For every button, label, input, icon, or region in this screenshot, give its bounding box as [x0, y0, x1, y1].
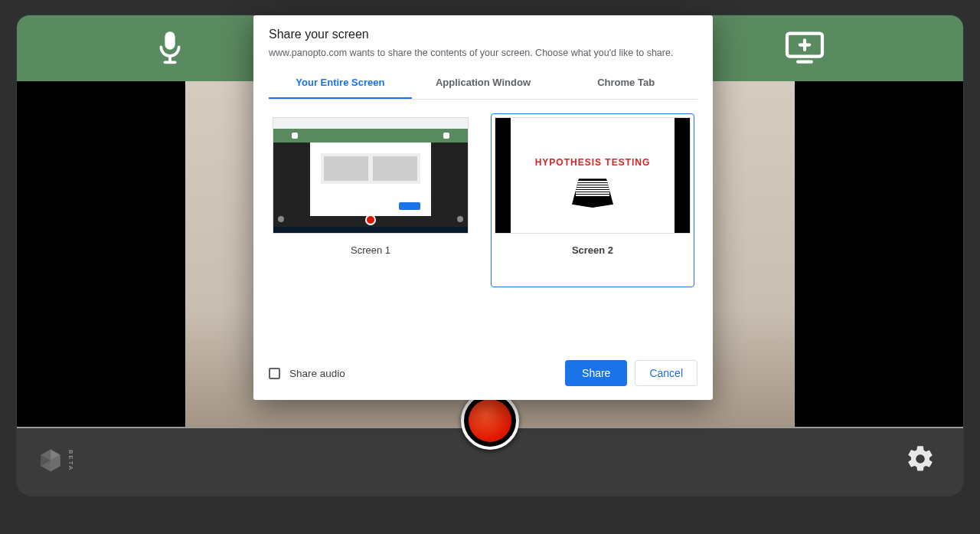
screen-2-label: Screen 2 — [495, 244, 691, 256]
dialog-title: Share your screen — [253, 15, 713, 48]
record-icon — [469, 399, 511, 442]
share-audio-option[interactable]: Share audio — [269, 368, 345, 379]
dialog-subtitle: www.panopto.com wants to share the conte… — [253, 48, 713, 69]
screen-2-thumbnail: HYPOTHESIS TESTING — [495, 117, 691, 234]
slide-title: HYPOTHESIS TESTING — [535, 157, 651, 168]
book-icon — [570, 175, 616, 208]
screen-option-2[interactable]: HYPOTHESIS TESTING Screen 2 — [491, 113, 694, 287]
settings-button[interactable] — [905, 444, 936, 477]
tab-chrome-tab[interactable]: Chrome Tab — [554, 69, 697, 99]
dialog-footer: Share audio Share Cancel — [253, 352, 713, 386]
checkbox-icon[interactable] — [269, 368, 280, 379]
tab-application-window[interactable]: Application Window — [412, 69, 555, 99]
screen-1-label: Screen 1 — [273, 244, 469, 256]
share-button[interactable]: Share — [565, 360, 627, 386]
tab-entire-screen[interactable]: Your Entire Screen — [269, 69, 412, 99]
screen-option-1[interactable]: Screen 1 — [269, 113, 472, 261]
share-tabs: Your Entire Screen Application Window Ch… — [269, 69, 697, 100]
share-audio-label: Share audio — [289, 368, 345, 379]
beta-badge: BETA — [67, 450, 74, 471]
panopto-logo: BETA — [37, 447, 74, 474]
microphone-icon[interactable] — [155, 30, 185, 67]
share-screen-dialog: Share your screen www.panopto.com wants … — [253, 15, 713, 400]
record-button[interactable] — [461, 391, 519, 450]
screen-options: Screen 1 HYPOTHESIS TESTING Screen 2 — [253, 100, 713, 352]
screen-1-thumbnail — [273, 117, 469, 234]
cancel-button[interactable]: Cancel — [635, 360, 697, 386]
add-screen-icon[interactable] — [784, 31, 825, 66]
svg-rect-0 — [165, 31, 175, 49]
